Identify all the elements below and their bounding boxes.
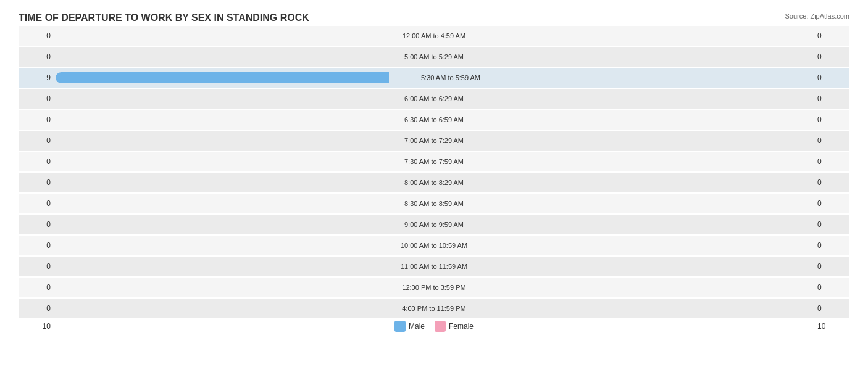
left-value: 0 [19,94,56,103]
right-value: 0 [812,136,849,145]
male-bar-container [56,135,372,146]
axis-left-label: 10 [19,322,56,331]
female-bar-container [496,240,812,251]
female-bar-container [496,51,812,62]
bar-row: 06:30 AM to 6:59 AM0 [19,110,849,130]
female-bar-container [496,198,812,209]
time-label: 12:00 AM to 4:59 AM [372,32,496,39]
time-label: 7:30 AM to 7:59 AM [372,158,496,165]
bar-row: 07:00 AM to 7:29 AM0 [19,131,849,151]
left-value: 0 [19,136,56,145]
female-bar-container [496,114,812,125]
male-bar-container [56,282,372,293]
male-bar-container [56,51,372,62]
bar-row: 011:00 AM to 11:59 AM0 [19,257,849,276]
male-bar-container [56,30,372,41]
left-value: 0 [19,157,56,166]
female-bar-container [496,219,812,230]
male-bar-container [56,261,372,272]
right-value: 0 [812,94,849,103]
time-label: 4:00 PM to 11:59 PM [372,305,496,312]
left-value: 0 [19,115,56,124]
male-bar-container [56,72,389,83]
bar-row: 95:30 AM to 5:59 AM0 [19,68,849,88]
female-bar-container [496,135,812,146]
legend-male-label: Male [409,322,425,331]
male-bar-container [56,303,372,314]
legend-male: Male [394,321,425,332]
female-bar-container [496,156,812,167]
bar-row: 06:00 AM to 6:29 AM0 [19,89,849,109]
axis-right-label: 10 [812,322,849,331]
left-value: 0 [19,241,56,250]
left-value: 9 [19,73,56,82]
legend-female-label: Female [449,322,474,331]
bar-row: 010:00 AM to 10:59 AM0 [19,236,849,255]
female-bar-container [496,93,812,104]
male-bar-container [56,240,372,251]
female-bar-container [512,72,812,83]
chart-area: 012:00 AM to 4:59 AM005:00 AM to 5:29 AM… [19,26,849,318]
right-value: 0 [812,220,849,229]
time-label: 9:00 AM to 9:59 AM [372,221,496,228]
time-label: 8:00 AM to 8:29 AM [372,179,496,186]
right-value: 0 [812,304,849,313]
left-value: 0 [19,52,56,61]
male-bar [56,72,389,83]
left-value: 0 [19,199,56,208]
bar-row: 012:00 AM to 4:59 AM0 [19,26,849,46]
female-bar-container [496,261,812,272]
right-value: 0 [812,241,849,250]
right-value: 0 [812,73,849,82]
bar-row: 07:30 AM to 7:59 AM0 [19,152,849,171]
right-value: 0 [812,52,849,61]
time-label: 5:00 AM to 5:29 AM [372,53,496,60]
right-value: 0 [812,283,849,292]
bar-row: 08:00 AM to 8:29 AM0 [19,173,849,192]
right-value: 0 [812,115,849,124]
female-bar-container [496,30,812,41]
left-value: 0 [19,304,56,313]
time-label: 7:00 AM to 7:29 AM [372,137,496,144]
female-bar-container [496,282,812,293]
time-label: 12:00 PM to 3:59 PM [372,284,496,291]
right-value: 0 [812,262,849,271]
right-value: 0 [812,199,849,208]
male-bar-container [56,177,372,188]
left-value: 0 [19,220,56,229]
right-value: 0 [812,178,849,187]
bar-row: 04:00 PM to 11:59 PM0 [19,299,849,318]
male-bar-container [56,219,372,230]
legend-male-box [394,321,406,332]
legend: Male Female [394,321,474,332]
chart-wrapper: TIME OF DEPARTURE TO WORK BY SEX IN STAN… [19,12,849,332]
time-label: 5:30 AM to 5:59 AM [389,74,512,81]
time-label: 8:30 AM to 8:59 AM [372,200,496,207]
left-value: 0 [19,283,56,292]
right-value: 0 [812,157,849,166]
time-label: 10:00 AM to 10:59 AM [372,242,496,249]
time-label: 6:00 AM to 6:29 AM [372,95,496,102]
female-bar-container [496,303,812,314]
right-value: 0 [812,31,849,40]
time-label: 11:00 AM to 11:59 AM [372,263,496,270]
left-value: 0 [19,178,56,187]
bar-row: 05:00 AM to 5:29 AM0 [19,47,849,67]
left-value: 0 [19,31,56,40]
bar-row: 012:00 PM to 3:59 PM0 [19,278,849,297]
source-label: Source: ZipAtlas.com [785,12,849,20]
legend-female: Female [435,321,474,332]
axis-row: 10 Male Female 10 [19,321,849,332]
male-bar-container [56,198,372,209]
legend-female-box [435,321,446,332]
bar-row: 09:00 AM to 9:59 AM0 [19,215,849,234]
time-label: 6:30 AM to 6:59 AM [372,116,496,123]
male-bar-container [56,93,372,104]
female-bar-container [496,177,812,188]
bar-row: 08:30 AM to 8:59 AM0 [19,194,849,213]
chart-title: TIME OF DEPARTURE TO WORK BY SEX IN STAN… [19,12,309,23]
male-bar-container [56,156,372,167]
male-bar-container [56,114,372,125]
left-value: 0 [19,262,56,271]
